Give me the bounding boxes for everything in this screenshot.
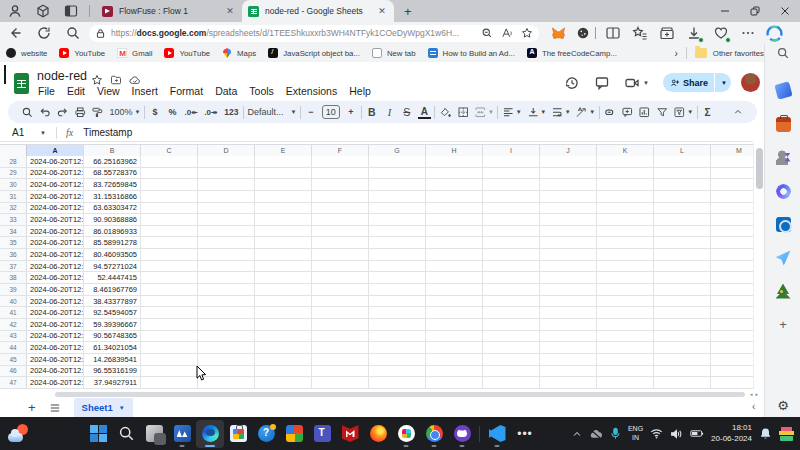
cell-F35[interactable] [312, 237, 369, 249]
vertical-align-icon[interactable] [526, 105, 539, 120]
cell-C31[interactable] [141, 191, 198, 203]
menu-format[interactable]: Format [164, 84, 209, 98]
wifi-icon[interactable] [650, 428, 663, 439]
cell-F30[interactable] [312, 179, 369, 191]
cell-F43[interactable] [312, 331, 369, 343]
cell-M35[interactable] [711, 237, 753, 249]
redo-icon[interactable] [56, 105, 69, 120]
cell-G32[interactable] [369, 203, 426, 215]
row-header-44[interactable]: 44 [0, 342, 27, 354]
borders-icon[interactable] [456, 105, 469, 120]
cell-J46[interactable] [540, 366, 597, 378]
cell-I37[interactable] [483, 261, 540, 273]
back-icon[interactable] [7, 25, 23, 41]
cell-A37[interactable]: 2024-06-20T12:2 [27, 261, 84, 273]
cell-A46[interactable]: 2024-06-20T12:2 [27, 366, 84, 378]
select-all-corner[interactable] [0, 145, 27, 156]
cell-D42[interactable] [198, 319, 255, 331]
cell-C30[interactable] [141, 179, 198, 191]
cell-J40[interactable] [540, 296, 597, 308]
column-header-H[interactable]: H [426, 145, 483, 156]
settings-more-icon[interactable] [740, 25, 756, 41]
cell-E46[interactable] [255, 366, 312, 378]
taskbar-search-icon[interactable] [112, 420, 140, 448]
cell-C44[interactable] [141, 342, 198, 354]
cell-H44[interactable] [426, 342, 483, 354]
cell-D38[interactable] [198, 272, 255, 284]
increase-font-size-icon[interactable]: + [344, 105, 357, 120]
cell-L40[interactable] [654, 296, 711, 308]
toolbar-search-icon[interactable] [21, 105, 34, 120]
row-header-32[interactable]: 32 [0, 203, 27, 215]
column-header-L[interactable]: L [654, 145, 711, 156]
cell-G35[interactable] [369, 237, 426, 249]
cell-H43[interactable] [426, 331, 483, 343]
favorite-star-icon[interactable] [521, 27, 533, 39]
cell-K32[interactable] [597, 203, 654, 215]
cell-J42[interactable] [540, 319, 597, 331]
cell-E28[interactable] [255, 156, 312, 168]
name-box[interactable]: A1 [0, 127, 40, 138]
add-sheet-button[interactable]: + [28, 400, 36, 415]
taskbar-vscode-icon[interactable] [483, 420, 511, 448]
cell-L35[interactable] [654, 237, 711, 249]
cell-M36[interactable] [711, 249, 753, 261]
column-header-K[interactable]: K [597, 145, 654, 156]
cell-H38[interactable] [426, 272, 483, 284]
cell-F39[interactable] [312, 284, 369, 296]
cell-B36[interactable]: 80.46093505 [84, 249, 141, 261]
cell-E45[interactable] [255, 354, 312, 366]
cell-K38[interactable] [597, 272, 654, 284]
filter-views-icon[interactable] [673, 105, 686, 120]
bookmark-item[interactable]: JavaScript object ba... [262, 46, 366, 60]
row-header-40[interactable]: 40 [0, 296, 27, 308]
tab-search-icon[interactable] [63, 3, 79, 19]
share-button[interactable]: Share ▼ [663, 73, 731, 92]
cell-C32[interactable] [141, 203, 198, 215]
bookmark-item[interactable]: How to Build an Ad... [422, 46, 521, 60]
cell-J29[interactable] [540, 168, 597, 180]
cell-G42[interactable] [369, 319, 426, 331]
cell-L36[interactable] [654, 249, 711, 261]
cell-H47[interactable] [426, 377, 483, 389]
cookie-extension-icon[interactable] [576, 26, 590, 40]
italic-icon[interactable]: I [383, 105, 396, 120]
font-dropdown-icon[interactable]: ▼ [290, 109, 296, 115]
cell-K46[interactable] [597, 366, 654, 378]
cell-A32[interactable]: 2024-06-20T12:2 [27, 203, 84, 215]
cell-C43[interactable] [141, 331, 198, 343]
cell-J37[interactable] [540, 261, 597, 273]
column-headers[interactable]: ABCDEFGHIJKLM [0, 144, 753, 156]
cell-A36[interactable]: 2024-06-20T12:2 [27, 249, 84, 261]
cell-G44[interactable] [369, 342, 426, 354]
cell-K44[interactable] [597, 342, 654, 354]
horizontal-scrollbar-thumb[interactable] [55, 392, 745, 397]
cell-E38[interactable] [255, 272, 312, 284]
cell-D30[interactable] [198, 179, 255, 191]
column-header-B[interactable]: B [84, 145, 141, 156]
cell-K30[interactable] [597, 179, 654, 191]
cell-F37[interactable] [312, 261, 369, 273]
cell-L47[interactable] [654, 377, 711, 389]
cell-A45[interactable]: 2024-06-20T12:2 [27, 354, 84, 366]
cell-M41[interactable] [711, 307, 753, 319]
cell-G28[interactable] [369, 156, 426, 168]
cell-J38[interactable] [540, 272, 597, 284]
cell-J47[interactable] [540, 377, 597, 389]
text-rotation-icon[interactable] [575, 105, 588, 120]
cell-E30[interactable] [255, 179, 312, 191]
print-icon[interactable] [74, 105, 87, 120]
sidebar-app-toolbox-icon[interactable] [774, 115, 792, 133]
cell-G30[interactable] [369, 179, 426, 191]
cell-I46[interactable] [483, 366, 540, 378]
cell-L39[interactable] [654, 284, 711, 296]
cell-E37[interactable] [255, 261, 312, 273]
cell-G34[interactable] [369, 226, 426, 238]
weather-widget-icon[interactable] [8, 424, 28, 442]
row-header-31[interactable]: 31 [0, 191, 27, 203]
cell-D31[interactable] [198, 191, 255, 203]
cell-E40[interactable] [255, 296, 312, 308]
cell-B46[interactable]: 96.55316199 [84, 366, 141, 378]
cell-E44[interactable] [255, 342, 312, 354]
cell-B43[interactable]: 90.56748365 [84, 331, 141, 343]
